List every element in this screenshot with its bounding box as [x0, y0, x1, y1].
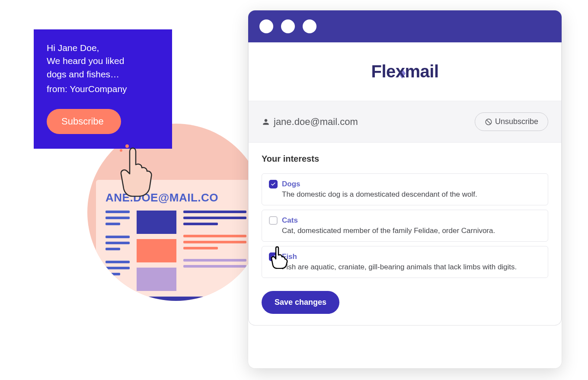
interest-item-fish[interactable]: Fish Fish are aquatic, craniate, gill-be…: [262, 246, 548, 278]
unsubscribe-button[interactable]: Unsubscribe: [475, 112, 548, 131]
svg-point-0: [125, 144, 129, 148]
browser-titlebar: [248, 10, 562, 42]
svg-line-4: [486, 120, 490, 124]
interest-name: Dogs: [282, 180, 300, 188]
greeting-line: Hi Jane Doe,: [47, 42, 159, 54]
interest-item-dogs[interactable]: Dogs The domestic dog is a domesticated …: [262, 173, 548, 205]
interest-checkbox[interactable]: [269, 180, 278, 188]
subscribe-button[interactable]: Subscribe: [47, 109, 121, 134]
interest-desc: The domestic dog is a domesticated desce…: [282, 190, 541, 199]
interest-desc: Cat, domesticated member of the family F…: [282, 227, 541, 235]
interest-checkbox[interactable]: [269, 216, 278, 225]
window-dot-icon: [281, 19, 295, 33]
logo-area: Flexmail: [249, 42, 561, 101]
subscribe-promo-card: Hi Jane Doe, We heard you liked dogs and…: [34, 29, 172, 149]
window-dot-icon: [259, 19, 273, 33]
pointer-hand-icon: [112, 132, 163, 197]
user-email: jane.doe@mail.com: [274, 116, 358, 128]
window-dot-icon: [303, 19, 316, 33]
from-prefix: from:: [47, 84, 70, 94]
interest-item-cats[interactable]: Cats Cat, domesticated member of the fam…: [262, 210, 548, 242]
svg-point-1: [120, 149, 122, 152]
promo-line-2: We heard you liked: [47, 54, 159, 67]
flexmail-logo: Flexmail: [371, 62, 438, 81]
promo-line-3: dogs and fishes…: [47, 68, 159, 81]
check-icon: [271, 182, 276, 187]
subscribe-button-label: Subscribe: [61, 116, 104, 127]
person-icon: [262, 118, 270, 126]
interest-desc: Fish are aquatic, craniate, gill-bearing…: [282, 263, 541, 271]
unsubscribe-label: Unsubscribe: [495, 117, 538, 126]
interest-name: Cats: [282, 216, 298, 225]
sender-line: from: YourCompany: [47, 83, 159, 96]
save-changes-label: Save changes: [275, 298, 326, 307]
save-changes-button[interactable]: Save changes: [262, 291, 339, 314]
prohibit-icon: [485, 118, 492, 126]
preferences-browser-window: Flexmail jane.doe@mail.com Unsubscribe Y…: [248, 10, 562, 368]
section-title: Your interests: [262, 154, 548, 164]
from-company: YourCompany: [70, 84, 127, 94]
user-bar: jane.doe@mail.com Unsubscribe: [249, 101, 561, 143]
pointer-cursor-icon: [269, 246, 289, 271]
